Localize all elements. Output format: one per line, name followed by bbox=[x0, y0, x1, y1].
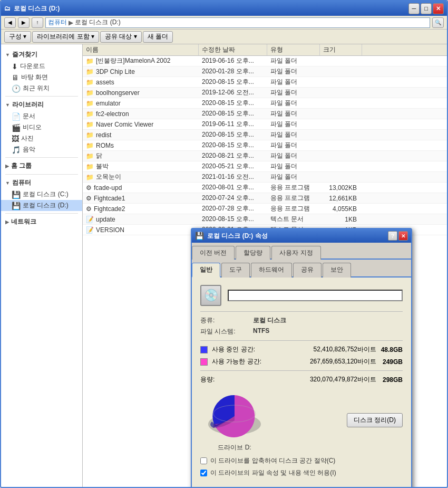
local-d-icon: 💾 bbox=[12, 202, 21, 210]
file-size: 4,055KB bbox=[320, 205, 362, 213]
file-name: 3DP Chip Lite bbox=[96, 68, 135, 75]
file-icon: 📁 bbox=[86, 100, 94, 107]
compress-checkbox[interactable] bbox=[200, 457, 207, 464]
file-icon: 📁 bbox=[86, 68, 94, 75]
used-space-gb: 48.8GB bbox=[376, 346, 403, 353]
table-row[interactable]: 📝 update 2020-08-15 오후... 텍스트 문서 1KB bbox=[83, 214, 447, 225]
tab-prev-version[interactable]: 이전 버전 bbox=[192, 246, 235, 260]
fs-row: 파일 시스템: NTFS bbox=[200, 327, 403, 336]
new-folder-button[interactable]: 새 폴더 bbox=[143, 31, 173, 43]
file-rows-container: 📁 [빈불량크]MamelonA 2002 2019-06-16 오후... 파… bbox=[83, 56, 447, 235]
homegroup-label: 홈 그룹 bbox=[11, 161, 32, 170]
table-row[interactable]: 📁 불박 2020-05-21 오후... 파일 폴더 bbox=[83, 161, 447, 172]
maximize-button[interactable]: □ bbox=[421, 3, 432, 14]
fs-label: 파일 시스템: bbox=[200, 327, 253, 336]
tab-hardware[interactable]: 하드웨어 bbox=[251, 263, 292, 278]
back-button[interactable]: ◀ bbox=[4, 17, 16, 28]
pie-chart bbox=[200, 388, 269, 441]
sidebar-item-local-d[interactable]: 💾 로컬 디스크 (D:) bbox=[1, 200, 82, 211]
disk-cleanup-button[interactable]: 디스크 정리(D) bbox=[347, 413, 403, 427]
file-date: 2020-08-15 오후... bbox=[199, 78, 267, 87]
tab-general[interactable]: 일반 bbox=[192, 263, 220, 278]
col-type[interactable]: 유형 bbox=[267, 44, 320, 55]
file-date: 2020-07-28 오후... bbox=[199, 204, 267, 213]
docs-label: 문서 bbox=[23, 112, 35, 121]
computer-header[interactable]: ▼ 컴퓨터 bbox=[1, 177, 82, 189]
tab-share[interactable]: 공유 bbox=[293, 263, 322, 278]
sidebar-item-video[interactable]: 🎬 비디오 bbox=[1, 122, 82, 133]
libraries-section: ▼ 라이브러리 📄 문서 🎬 비디오 🖼 사진 🎵 음악 bbox=[1, 99, 82, 155]
file-date: 2020-08-15 오후... bbox=[199, 130, 267, 139]
table-row[interactable]: ⚙ Fightcade1 2020-07-24 오후... 응용 프로그램 12… bbox=[83, 193, 447, 204]
share-button[interactable]: 공유 대상 ▾ bbox=[100, 31, 142, 43]
tab-security[interactable]: 보안 bbox=[323, 263, 351, 278]
table-row[interactable]: 📁 오목눈이 2021-01-16 오전... 파일 폴더 bbox=[83, 172, 447, 183]
table-row[interactable]: 📁 3DP Chip Lite 2020-01-28 오후... 파일 폴더 bbox=[83, 66, 447, 77]
sidebar-item-docs[interactable]: 📄 문서 bbox=[1, 111, 82, 122]
address-path[interactable]: 컴퓨터 ▶ 로컬 디스크 (D:) bbox=[45, 17, 430, 28]
file-name: update bbox=[96, 216, 115, 223]
new-folder-label: 새 폴더 bbox=[148, 32, 168, 41]
tab-quota[interactable]: 할당량 bbox=[236, 246, 270, 260]
file-list-header: 이름 수정한 날짜 유형 크기 bbox=[83, 44, 447, 56]
table-row[interactable]: 📁 fc2-electron 2020-08-15 오후... 파일 폴더 bbox=[83, 109, 447, 119]
disk-label-input[interactable] bbox=[228, 290, 403, 301]
col-size[interactable]: 크기 bbox=[320, 44, 362, 55]
favorites-header[interactable]: ▼ 즐겨찾기 bbox=[1, 49, 82, 61]
close-button[interactable]: ✕ bbox=[433, 3, 444, 14]
file-type: 파일 폴더 bbox=[267, 99, 320, 108]
sidebar-item-music[interactable]: 🎵 음악 bbox=[1, 144, 82, 155]
table-row[interactable]: ⚙ fcade-upd 2020-08-01 오후... 응용 프로그램 13,… bbox=[83, 183, 447, 193]
library-button[interactable]: 라이브러리에 포함 ▾ bbox=[32, 31, 99, 43]
table-row[interactable]: 📁 assets 2020-08-15 오후... 파일 폴더 bbox=[83, 77, 447, 88]
file-type: 파일 폴더 bbox=[267, 141, 320, 150]
search-button[interactable]: 🔍 bbox=[432, 17, 444, 28]
up-button[interactable]: ↑ bbox=[32, 17, 43, 28]
forward-button[interactable]: ▶ bbox=[18, 17, 30, 28]
table-row[interactable]: 📁 ROMs 2020-08-15 오후... 파일 폴더 bbox=[83, 140, 447, 151]
sidebar-item-recent[interactable]: 🕐 최근 위치 bbox=[1, 83, 82, 94]
table-row[interactable]: 📁 [빈불량크]MamelonA 2002 2019-06-16 오후... 파… bbox=[83, 56, 447, 66]
dialog-close-button[interactable]: ✕ bbox=[398, 231, 408, 241]
tab-user-defined[interactable]: 사용자 지정 bbox=[271, 246, 320, 260]
free-color-swatch bbox=[200, 358, 208, 366]
used-space-bytes: 52,410,826,752바이트 bbox=[265, 345, 376, 354]
disk-cleanup-label: 디스크 정리(D) bbox=[354, 416, 396, 425]
file-icon: 📁 bbox=[86, 110, 94, 118]
photos-icon: 🖼 bbox=[12, 135, 19, 143]
table-row[interactable]: 📁 redist 2020-08-15 오후... 파일 폴더 bbox=[83, 130, 447, 140]
table-row[interactable]: ⚙ Fightcade2 2020-07-28 오후... 응용 프로그램 4,… bbox=[83, 204, 447, 214]
sidebar-item-downloads[interactable]: ⬇ 다운로드 bbox=[1, 61, 82, 72]
libraries-header[interactable]: ▼ 라이브러리 bbox=[1, 99, 82, 111]
file-name: 불박 bbox=[96, 162, 109, 171]
drive-label: 드라이브 D: bbox=[218, 443, 251, 452]
properties-dialog[interactable]: 💾 로컬 디스크 (D:) 속성 ? ✕ 이전 버전 할당량 사용자 지정 일반… bbox=[191, 228, 412, 488]
free-space-bytes: 267,659,653,120바이트 bbox=[265, 357, 376, 366]
minimize-button[interactable]: ─ bbox=[408, 3, 420, 14]
organize-button[interactable]: 구성 ▾ bbox=[4, 31, 31, 43]
col-date[interactable]: 수정한 날짜 bbox=[199, 44, 267, 55]
tab-tools[interactable]: 도구 bbox=[221, 263, 250, 278]
file-date: 2019-12-06 오전... bbox=[199, 88, 267, 97]
sidebar-item-local-c[interactable]: 💾 로컬 디스크 (C:) bbox=[1, 189, 82, 200]
local-c-label: 로컬 디스크 (C:) bbox=[23, 190, 69, 199]
file-date: 2021-01-16 오전... bbox=[199, 173, 267, 181]
table-row[interactable]: 📁 닭 2020-08-21 오후... 파일 폴더 bbox=[83, 151, 447, 161]
type-label: 종류: bbox=[200, 316, 253, 325]
sidebar-item-desktop[interactable]: 🖥 바탕 화면 bbox=[1, 72, 82, 83]
homegroup-header[interactable]: ▶ 홈 그룹 bbox=[1, 160, 82, 172]
file-icon: 📁 bbox=[86, 131, 94, 139]
dialog-tabs-row1: 이전 버전 할당량 사용자 지정 bbox=[192, 243, 411, 260]
chart-area: 드라이브 D: 디스크 정리(D) bbox=[200, 388, 403, 452]
sidebar-item-photos[interactable]: 🖼 사진 bbox=[1, 133, 82, 144]
table-row[interactable]: 📁 boolhongserver 2019-12-06 오전... 파일 폴더 bbox=[83, 88, 447, 98]
table-row[interactable]: 📁 Naver Comic Viewer 2019-06-11 오후... 파일… bbox=[83, 119, 447, 130]
file-date: 2019-06-11 오후... bbox=[199, 120, 267, 129]
dialog-help-button[interactable]: ? bbox=[388, 231, 397, 241]
table-row[interactable]: 📁 emulator 2020-08-15 오후... 파일 폴더 bbox=[83, 98, 447, 109]
index-checkbox[interactable] bbox=[200, 470, 207, 476]
file-type: 파일 폴더 bbox=[267, 151, 320, 160]
network-header[interactable]: ▶ 네트워크 bbox=[1, 216, 82, 228]
file-type: 파일 폴더 bbox=[267, 130, 320, 139]
col-name[interactable]: 이름 bbox=[83, 44, 199, 55]
